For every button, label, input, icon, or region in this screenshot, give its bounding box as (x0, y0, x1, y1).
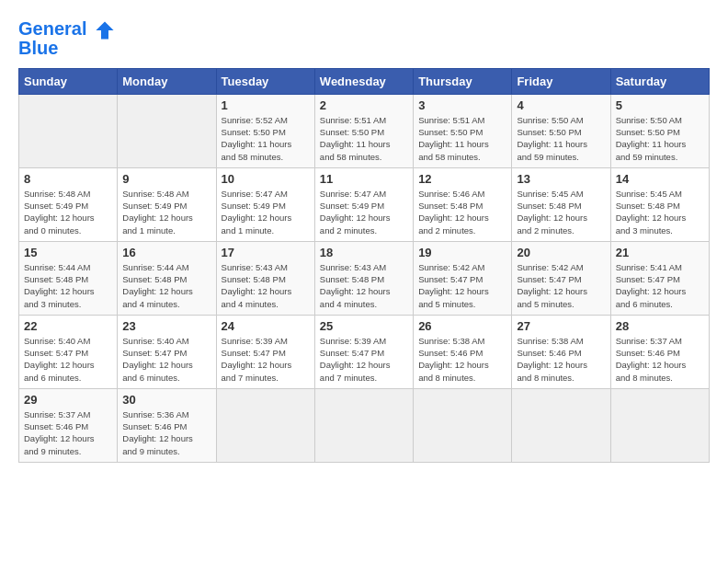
calendar-cell: 20Sunrise: 5:42 AM Sunset: 5:47 PM Dayli… (512, 241, 610, 315)
calendar-cell: 3Sunrise: 5:51 AM Sunset: 5:50 PM Daylig… (414, 94, 512, 167)
day-number: 2 (320, 98, 408, 112)
calendar-cell: 11Sunrise: 5:47 AM Sunset: 5:49 PM Dayli… (314, 167, 413, 241)
day-info: Sunrise: 5:36 AM Sunset: 5:46 PM Dayligh… (122, 408, 210, 457)
calendar-cell: 8Sunrise: 5:48 AM Sunset: 5:49 PM Daylig… (19, 167, 118, 241)
day-number: 8 (24, 172, 112, 186)
day-info: Sunrise: 5:39 AM Sunset: 5:47 PM Dayligh… (320, 335, 408, 384)
day-number: 20 (517, 246, 605, 259)
weekday-header-sunday: Sunday (19, 68, 118, 94)
day-number: 5 (616, 98, 704, 112)
weekday-header-row: SundayMondayTuesdayWednesdayThursdayFrid… (19, 68, 710, 94)
weekday-header-wednesday: Wednesday (314, 68, 413, 94)
weekday-header-friday: Friday (512, 68, 610, 94)
day-info: Sunrise: 5:48 AM Sunset: 5:49 PM Dayligh… (122, 188, 210, 236)
weekday-header-thursday: Thursday (414, 68, 512, 94)
day-info: Sunrise: 5:48 AM Sunset: 5:49 PM Dayligh… (24, 188, 112, 236)
day-number: 9 (122, 172, 210, 186)
calendar-cell (414, 388, 512, 462)
day-number: 10 (222, 172, 310, 186)
calendar-week-4: 22Sunrise: 5:40 AM Sunset: 5:47 PM Dayli… (19, 315, 710, 388)
calendar-cell: 25Sunrise: 5:39 AM Sunset: 5:47 PM Dayli… (314, 315, 413, 388)
day-number: 29 (24, 393, 112, 407)
calendar-cell: 30Sunrise: 5:36 AM Sunset: 5:46 PM Dayli… (118, 388, 216, 462)
calendar-cell (216, 388, 314, 462)
day-info: Sunrise: 5:43 AM Sunset: 5:48 PM Dayligh… (320, 261, 408, 310)
day-number: 19 (418, 246, 506, 259)
calendar-cell: 17Sunrise: 5:43 AM Sunset: 5:48 PM Dayli… (216, 241, 314, 315)
day-number: 30 (122, 393, 210, 407)
day-info: Sunrise: 5:41 AM Sunset: 5:47 PM Dayligh… (616, 261, 704, 310)
day-number: 17 (222, 246, 310, 259)
day-info: Sunrise: 5:38 AM Sunset: 5:46 PM Dayligh… (418, 335, 506, 384)
day-info: Sunrise: 5:39 AM Sunset: 5:47 PM Dayligh… (222, 335, 310, 384)
weekday-header-tuesday: Tuesday (216, 68, 314, 94)
day-info: Sunrise: 5:44 AM Sunset: 5:48 PM Dayligh… (24, 261, 112, 310)
calendar-cell: 9Sunrise: 5:48 AM Sunset: 5:49 PM Daylig… (118, 167, 216, 241)
day-info: Sunrise: 5:38 AM Sunset: 5:46 PM Dayligh… (517, 335, 605, 384)
day-info: Sunrise: 5:40 AM Sunset: 5:47 PM Dayligh… (122, 335, 210, 384)
day-number: 21 (616, 246, 704, 259)
day-info: Sunrise: 5:45 AM Sunset: 5:48 PM Dayligh… (616, 188, 704, 236)
calendar-table: SundayMondayTuesdayWednesdayThursdayFrid… (18, 68, 710, 463)
calendar-cell: 14Sunrise: 5:45 AM Sunset: 5:48 PM Dayli… (610, 167, 709, 241)
day-info: Sunrise: 5:51 AM Sunset: 5:50 PM Dayligh… (320, 114, 408, 163)
calendar-cell: 4Sunrise: 5:50 AM Sunset: 5:50 PM Daylig… (512, 94, 610, 167)
day-number: 24 (222, 319, 310, 333)
day-number: 14 (616, 172, 704, 186)
calendar-cell (610, 388, 709, 462)
day-info: Sunrise: 5:46 AM Sunset: 5:48 PM Dayligh… (418, 188, 506, 236)
day-number: 13 (517, 172, 605, 186)
day-info: Sunrise: 5:45 AM Sunset: 5:48 PM Dayligh… (517, 188, 605, 236)
calendar-cell: 12Sunrise: 5:46 AM Sunset: 5:48 PM Dayli… (414, 167, 512, 241)
day-info: Sunrise: 5:50 AM Sunset: 5:50 PM Dayligh… (517, 114, 605, 163)
calendar-cell: 29Sunrise: 5:37 AM Sunset: 5:46 PM Dayli… (19, 388, 118, 462)
day-number: 12 (418, 172, 506, 186)
calendar-cell: 23Sunrise: 5:40 AM Sunset: 5:47 PM Dayli… (118, 315, 216, 388)
day-info: Sunrise: 5:40 AM Sunset: 5:47 PM Dayligh… (24, 335, 112, 384)
day-info: Sunrise: 5:51 AM Sunset: 5:50 PM Dayligh… (418, 114, 506, 163)
day-number: 23 (122, 319, 210, 333)
day-info: Sunrise: 5:47 AM Sunset: 5:49 PM Dayligh… (320, 188, 408, 236)
calendar-week-1: 1Sunrise: 5:52 AM Sunset: 5:50 PM Daylig… (19, 94, 710, 167)
calendar-cell (118, 94, 216, 167)
calendar-cell (19, 94, 118, 167)
calendar-cell: 22Sunrise: 5:40 AM Sunset: 5:47 PM Dayli… (19, 315, 118, 388)
calendar-cell: 27Sunrise: 5:38 AM Sunset: 5:46 PM Dayli… (512, 315, 610, 388)
calendar-cell: 19Sunrise: 5:42 AM Sunset: 5:47 PM Dayli… (414, 241, 512, 315)
calendar-cell: 13Sunrise: 5:45 AM Sunset: 5:48 PM Dayli… (512, 167, 610, 241)
calendar-cell: 24Sunrise: 5:39 AM Sunset: 5:47 PM Dayli… (216, 315, 314, 388)
day-number: 26 (418, 319, 506, 333)
day-info: Sunrise: 5:52 AM Sunset: 5:50 PM Dayligh… (222, 114, 310, 163)
calendar-week-5: 29Sunrise: 5:37 AM Sunset: 5:46 PM Dayli… (19, 388, 710, 462)
day-number: 22 (24, 319, 112, 333)
weekday-header-saturday: Saturday (610, 68, 709, 94)
calendar-cell: 26Sunrise: 5:38 AM Sunset: 5:46 PM Dayli… (414, 315, 512, 388)
calendar-cell: 15Sunrise: 5:44 AM Sunset: 5:48 PM Dayli… (19, 241, 118, 315)
calendar-cell: 5Sunrise: 5:50 AM Sunset: 5:50 PM Daylig… (610, 94, 709, 167)
day-info: Sunrise: 5:37 AM Sunset: 5:46 PM Dayligh… (24, 408, 112, 457)
calendar-cell: 2Sunrise: 5:51 AM Sunset: 5:50 PM Daylig… (314, 94, 413, 167)
day-number: 11 (320, 172, 408, 186)
day-number: 25 (320, 319, 408, 333)
logo: General Blue (18, 18, 116, 59)
calendar-cell (512, 388, 610, 462)
calendar-week-2: 8Sunrise: 5:48 AM Sunset: 5:49 PM Daylig… (19, 167, 710, 241)
weekday-header-monday: Monday (118, 68, 216, 94)
day-number: 16 (122, 246, 210, 259)
page-header: General Blue (18, 18, 710, 59)
day-number: 18 (320, 246, 408, 259)
calendar-cell: 18Sunrise: 5:43 AM Sunset: 5:48 PM Dayli… (314, 241, 413, 315)
calendar-week-3: 15Sunrise: 5:44 AM Sunset: 5:48 PM Dayli… (19, 241, 710, 315)
day-number: 27 (517, 319, 605, 333)
calendar-cell: 16Sunrise: 5:44 AM Sunset: 5:48 PM Dayli… (118, 241, 216, 315)
day-info: Sunrise: 5:50 AM Sunset: 5:50 PM Dayligh… (616, 114, 704, 163)
calendar-cell: 21Sunrise: 5:41 AM Sunset: 5:47 PM Dayli… (610, 241, 709, 315)
day-info: Sunrise: 5:37 AM Sunset: 5:46 PM Dayligh… (616, 335, 704, 384)
day-number: 1 (222, 98, 310, 112)
day-info: Sunrise: 5:43 AM Sunset: 5:48 PM Dayligh… (222, 261, 310, 310)
day-info: Sunrise: 5:44 AM Sunset: 5:48 PM Dayligh… (122, 261, 210, 310)
day-number: 3 (418, 98, 506, 112)
calendar-cell: 1Sunrise: 5:52 AM Sunset: 5:50 PM Daylig… (216, 94, 314, 167)
day-info: Sunrise: 5:42 AM Sunset: 5:47 PM Dayligh… (517, 261, 605, 310)
calendar-cell: 10Sunrise: 5:47 AM Sunset: 5:49 PM Dayli… (216, 167, 314, 241)
